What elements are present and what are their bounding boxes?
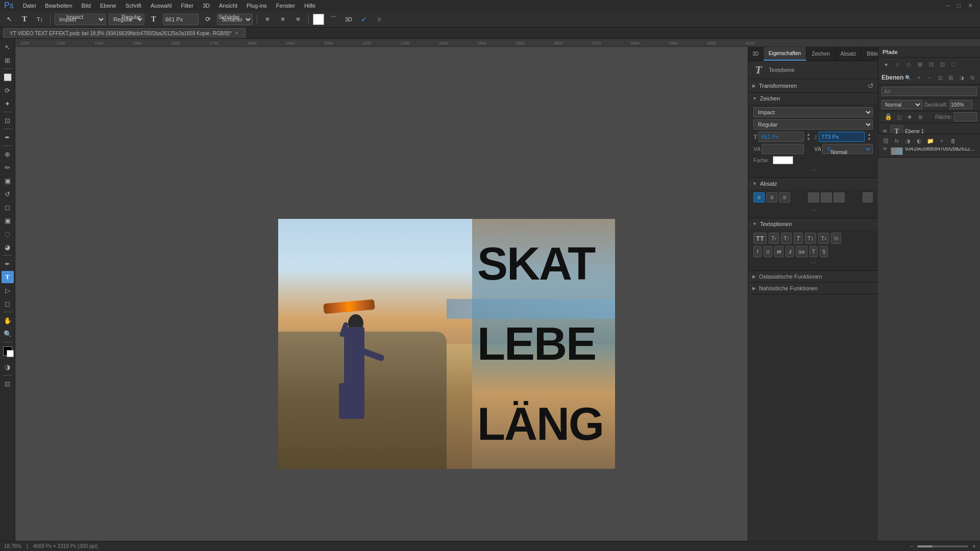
text-orientation-btn[interactable]: T↕ [34, 13, 46, 26]
warp-icon[interactable]: ⟳ [202, 13, 214, 26]
line-height-stepper[interactable]: ▲ ▼ [866, 133, 873, 140]
menu-ansicht[interactable]: Ansicht [215, 2, 241, 10]
textopt-st-btn[interactable]: st [774, 246, 784, 257]
window-minimize[interactable]: ─ [942, 2, 953, 9]
justify-square-3[interactable] [834, 192, 845, 203]
gradient-tool[interactable]: ▣ [2, 214, 14, 227]
zoom-slider[interactable] [917, 545, 968, 547]
opacity-input[interactable] [949, 100, 972, 109]
3d-text-btn[interactable]: 3D [342, 13, 355, 26]
ebenen-del-btn[interactable]: − [925, 73, 934, 82]
ebenen-copy-btn[interactable]: ⊡ [936, 73, 945, 82]
textopt-tvert-btn[interactable]: T↕ [805, 233, 816, 244]
textopt-t2-btn[interactable]: T [810, 246, 818, 257]
font-size-field[interactable] [758, 132, 804, 142]
tab-bibliotheken[interactable]: Bibliotheken [862, 47, 878, 61]
ebenen-link-btn[interactable]: ⛓ [946, 73, 955, 82]
ostasiatisch-section[interactable]: ▶ Ostasiatische Funktionen [748, 271, 878, 283]
magic-wand-tool[interactable]: ✦ [2, 97, 14, 110]
pfade-btn-4[interactable]: ⊞ [915, 60, 924, 69]
flache-input[interactable] [954, 112, 977, 121]
pfade-btn-1[interactable]: ● [881, 60, 891, 69]
layer-adj-btn[interactable]: ◐ [915, 136, 924, 145]
hand-tool[interactable]: ✋ [2, 314, 14, 327]
zoom-tool[interactable]: 🔍 [2, 328, 14, 340]
align-center-btn[interactable]: ≡ [766, 192, 777, 203]
menu-filter[interactable]: Filter [177, 2, 198, 10]
menu-ebene[interactable]: Ebene [96, 2, 120, 10]
pfade-btn-7[interactable]: □ [949, 60, 958, 69]
textopt-tsub-btn[interactable]: T1 [818, 233, 829, 244]
line-height-field[interactable] [819, 132, 865, 142]
tab-close-btn[interactable]: ✕ [235, 31, 239, 36]
window-maximize[interactable]: □ [954, 2, 964, 9]
textopt-tu-btn[interactable]: T↑ [781, 233, 792, 244]
textopt-fi-btn[interactable]: f [753, 246, 762, 257]
lock-btn-2[interactable]: ◫ [894, 112, 903, 121]
blur-tool[interactable]: ◌ [2, 228, 14, 240]
tab-eigenschaften[interactable]: Eigenschaften [764, 47, 806, 61]
justify-square-1[interactable] [808, 192, 819, 203]
textopt-sigma-btn[interactable]: σ [764, 246, 772, 257]
menu-datei[interactable]: Datei [19, 2, 40, 10]
history-brush-tool[interactable]: ↺ [2, 188, 14, 200]
ebenen-search-input[interactable] [881, 87, 977, 96]
layer-group-btn[interactable]: 📁 [926, 136, 935, 145]
menu-plugins[interactable]: Plug-ins [242, 2, 271, 10]
cancel-btn[interactable]: ○ [373, 13, 385, 26]
layer-link-btn[interactable]: ⛓ [881, 136, 890, 145]
textopt-tc-btn[interactable]: Tт [769, 233, 779, 244]
align-left-btn[interactable]: ≡ [261, 13, 274, 26]
path-selection-tool[interactable]: ▷ [2, 284, 14, 296]
healing-brush-tool[interactable]: ⊕ [2, 148, 14, 160]
tab-absatz[interactable]: Absatz [836, 47, 862, 61]
tracking-field[interactable] [762, 144, 804, 154]
dodge-tool[interactable]: ◕ [2, 241, 14, 253]
align-right-btn[interactable]: ≡ [292, 13, 304, 26]
foreground-color[interactable] [3, 346, 12, 356]
menu-bild[interactable]: Bild [78, 2, 95, 10]
font-style-dropdown[interactable]: Regular [753, 119, 873, 130]
va2-select[interactable]: S [822, 144, 873, 154]
background-color[interactable] [7, 350, 14, 357]
lasso-tool[interactable]: ⟳ [2, 84, 14, 96]
menu-bearbeiten[interactable]: Bearbeiten [41, 2, 76, 10]
font-size-input[interactable] [163, 14, 199, 25]
zoom-out-btn[interactable]: − [910, 543, 913, 550]
ebenen-fx-btn[interactable]: fx [968, 73, 977, 82]
eyedropper-tool[interactable]: ✒ [2, 131, 14, 143]
size-stepper[interactable]: ▲ ▼ [805, 133, 812, 140]
document-tab[interactable]: YT VIDEO TEXT EFFEKT.psdc bei 18,8% (934… [3, 28, 246, 38]
tab-3d[interactable]: 3D [748, 47, 764, 61]
pfade-btn-2[interactable]: ○ [893, 60, 902, 69]
blend-mode-select[interactable]: Normal [881, 100, 922, 109]
zeichen-header[interactable]: ▼ Zeichen [748, 93, 878, 104]
pfade-btn-3[interactable]: ◇ [904, 60, 913, 69]
align-left-btn[interactable]: ≡ [753, 192, 765, 203]
layer-new-btn[interactable]: + [937, 136, 946, 145]
transform-reset-btn[interactable]: ↺ [868, 82, 874, 90]
textopt-aa-btn[interactable]: aa [796, 246, 807, 257]
brush-tool[interactable]: ✏ [2, 161, 14, 173]
transformieren-header[interactable]: ▶ Transformieren ↺ [748, 79, 878, 92]
justify-square-4[interactable] [863, 192, 873, 203]
font-style-select[interactable]: Regular [109, 14, 144, 25]
text-tool-btn[interactable]: T [18, 13, 31, 26]
nahostlich-section[interactable]: ▶ Nahöstliche Funktionen [748, 283, 878, 294]
zoom-in-btn[interactable]: + [972, 543, 976, 550]
layer-fx-btn[interactable]: fx [892, 136, 901, 145]
ebenen-search-btn[interactable]: 🔍 [903, 73, 913, 82]
screen-mode-btn[interactable]: ⊡ [2, 378, 14, 390]
move-tool-btn[interactable]: ↖ [3, 13, 15, 26]
font-family-dropdown[interactable]: Impact [753, 107, 873, 117]
text-warp-btn[interactable]: ⌒ [327, 13, 339, 26]
color-swatch-toolbar[interactable] [313, 14, 324, 25]
menu-3d[interactable]: 3D [199, 2, 214, 10]
textopt-t-btn[interactable]: T [794, 233, 803, 244]
color-swatch[interactable] [773, 156, 793, 164]
artboard-tool[interactable]: ⊞ [2, 54, 14, 66]
tab-zeichen[interactable]: Zeichen [806, 47, 836, 61]
layer-delete-btn[interactable]: 🗑 [948, 136, 958, 145]
commit-btn[interactable]: ✓ [358, 13, 370, 26]
crop-tool[interactable]: ⊡ [2, 114, 14, 127]
